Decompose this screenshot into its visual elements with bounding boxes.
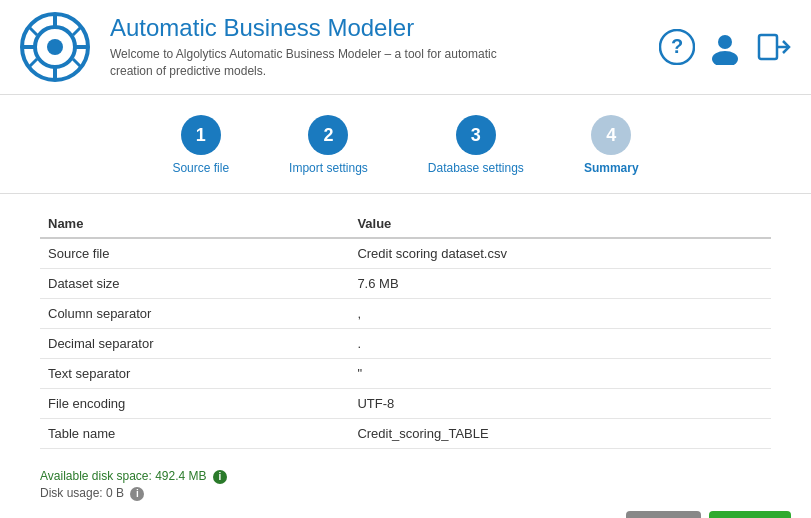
app-subtitle: Welcome to Algolytics Automatic Business… bbox=[110, 46, 510, 80]
step-1-circle: 1 bbox=[181, 115, 221, 155]
row-name: Source file bbox=[40, 238, 349, 269]
header-text: Automatic Business Modeler Welcome to Al… bbox=[110, 14, 659, 80]
table-row: Table nameCredit_scoring_TABLE bbox=[40, 418, 771, 448]
row-value: . bbox=[349, 328, 771, 358]
row-value: , bbox=[349, 298, 771, 328]
app-title: Automatic Business Modeler bbox=[110, 14, 659, 42]
disk-space-label: Available disk space: 492.4 MB bbox=[40, 469, 207, 483]
step-2: 2 Import settings bbox=[289, 115, 368, 177]
row-value: UTF-8 bbox=[349, 388, 771, 418]
action-buttons: Back Finish bbox=[0, 501, 811, 518]
table-row: Dataset size7.6 MB bbox=[40, 268, 771, 298]
table-row: File encodingUTF-8 bbox=[40, 388, 771, 418]
disk-space-info: Available disk space: 492.4 MB i bbox=[40, 469, 771, 484]
step-1: 1 Source file bbox=[172, 115, 229, 177]
steps-wizard: 1 Source file 2 Import settings 3 Databa… bbox=[0, 95, 811, 194]
svg-line-7 bbox=[28, 26, 37, 35]
row-name: Decimal separator bbox=[40, 328, 349, 358]
step-2-circle: 2 bbox=[308, 115, 348, 155]
col-name-header: Name bbox=[40, 210, 349, 238]
row-name: File encoding bbox=[40, 388, 349, 418]
svg-point-13 bbox=[718, 35, 732, 49]
disk-usage-label: Disk usage: 0 B bbox=[40, 486, 124, 500]
disk-space-help-icon[interactable]: i bbox=[213, 470, 227, 484]
row-name: Dataset size bbox=[40, 268, 349, 298]
svg-line-8 bbox=[73, 59, 82, 68]
table-row: Column separator, bbox=[40, 298, 771, 328]
help-icon[interactable]: ? bbox=[659, 29, 695, 65]
disk-usage-info: Disk usage: 0 B i bbox=[40, 486, 771, 501]
svg-point-14 bbox=[712, 51, 738, 65]
logo bbox=[20, 12, 90, 82]
back-button[interactable]: Back bbox=[626, 511, 701, 518]
row-value: 7.6 MB bbox=[349, 268, 771, 298]
step-3-circle: 3 bbox=[456, 115, 496, 155]
step-3-label: Database settings bbox=[428, 161, 524, 177]
footer-info: Available disk space: 492.4 MB i Disk us… bbox=[0, 459, 811, 501]
svg-line-9 bbox=[73, 26, 82, 35]
step-1-label: Source file bbox=[172, 161, 229, 177]
disk-usage-help-icon[interactable]: i bbox=[130, 487, 144, 501]
summary-section: Name Value Source fileCredit scoring dat… bbox=[0, 194, 811, 459]
table-row: Source fileCredit scoring dataset.csv bbox=[40, 238, 771, 269]
svg-text:?: ? bbox=[671, 35, 683, 57]
row-name: Column separator bbox=[40, 298, 349, 328]
table-row: Text separator" bbox=[40, 358, 771, 388]
user-icon[interactable] bbox=[707, 29, 743, 65]
step-4-label: Summary bbox=[584, 161, 639, 177]
step-4-circle: 4 bbox=[591, 115, 631, 155]
step-3: 3 Database settings bbox=[428, 115, 524, 177]
step-2-label: Import settings bbox=[289, 161, 368, 177]
header-actions: ? bbox=[659, 29, 791, 65]
row-value: Credit_scoring_TABLE bbox=[349, 418, 771, 448]
header: Automatic Business Modeler Welcome to Al… bbox=[0, 0, 811, 95]
svg-line-10 bbox=[28, 59, 37, 68]
row-name: Table name bbox=[40, 418, 349, 448]
summary-table: Name Value Source fileCredit scoring dat… bbox=[40, 210, 771, 449]
col-value-header: Value bbox=[349, 210, 771, 238]
row-value: " bbox=[349, 358, 771, 388]
row-value: Credit scoring dataset.csv bbox=[349, 238, 771, 269]
logout-icon[interactable] bbox=[755, 29, 791, 65]
svg-rect-15 bbox=[759, 35, 777, 59]
svg-point-2 bbox=[47, 39, 63, 55]
row-name: Text separator bbox=[40, 358, 349, 388]
table-row: Decimal separator. bbox=[40, 328, 771, 358]
finish-button[interactable]: Finish bbox=[709, 511, 791, 518]
step-4: 4 Summary bbox=[584, 115, 639, 177]
